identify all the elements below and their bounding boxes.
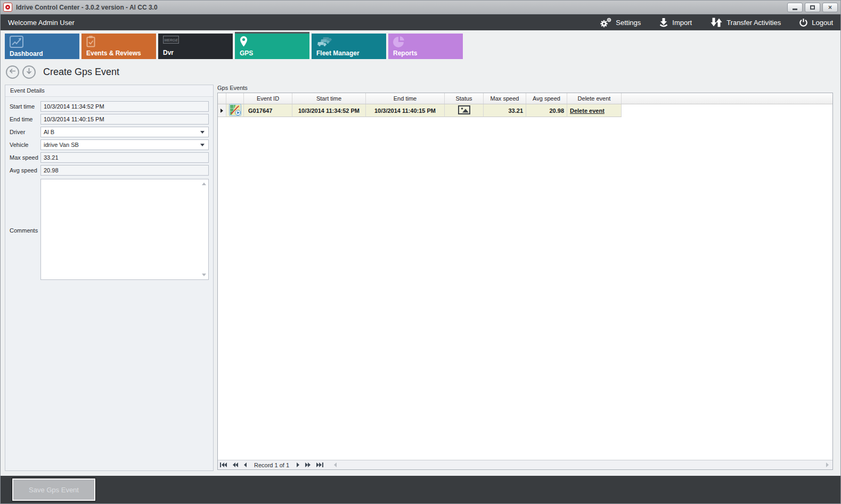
app-window: Idrive Control Center - 3.0.2 version - … bbox=[0, 0, 841, 504]
table-row[interactable]: G017647 10/3/2014 11:34:52 PM 10/3/2014 … bbox=[218, 104, 832, 117]
pager-prev-page-button[interactable] bbox=[232, 462, 239, 467]
event-details-panel: Event Details Start time End time Driver… bbox=[5, 85, 214, 471]
tab-gps[interactable]: GPS bbox=[235, 34, 309, 59]
column-header-status[interactable]: Status bbox=[445, 93, 484, 104]
gps-events-section: Gps Events Event ID Start time End time … bbox=[217, 85, 833, 471]
start-time-input[interactable] bbox=[40, 101, 209, 112]
logout-button[interactable]: Logout bbox=[799, 18, 833, 27]
close-icon: × bbox=[828, 4, 832, 11]
delete-event-link[interactable]: Delete event bbox=[570, 108, 605, 114]
pager-record-text: Record 1 of 1 bbox=[254, 462, 289, 468]
map-play-icon bbox=[229, 104, 241, 117]
transfer-activities-button[interactable]: Transfer Activities bbox=[710, 18, 781, 27]
end-time-label: End time bbox=[10, 116, 40, 122]
pager-next-button[interactable] bbox=[296, 462, 300, 467]
end-time-input[interactable] bbox=[40, 114, 209, 125]
line-chart-icon bbox=[10, 36, 75, 50]
hscroll-right-arrow-icon[interactable] bbox=[826, 462, 829, 467]
image-icon bbox=[458, 105, 470, 115]
cell-start-time: 10/3/2014 11:34:52 PM bbox=[292, 104, 366, 117]
transfer-arrows-icon bbox=[710, 18, 723, 27]
row-indicator-cell bbox=[218, 104, 226, 117]
pager-first-button[interactable] bbox=[220, 462, 227, 467]
pager-next-page-button[interactable] bbox=[305, 462, 311, 467]
grid-empty-area bbox=[218, 117, 832, 460]
scroll-down-icon[interactable] bbox=[202, 274, 206, 276]
column-header-start-time[interactable]: Start time bbox=[292, 93, 366, 104]
driver-label: Driver bbox=[10, 129, 40, 135]
comments-textarea[interactable] bbox=[40, 179, 209, 280]
form-row: Driver Al B bbox=[10, 127, 209, 137]
import-button[interactable]: Import bbox=[659, 18, 692, 27]
tab-events-reviews[interactable]: Events & Reviews bbox=[81, 34, 156, 59]
cell-avg-speed: 20.98 bbox=[526, 104, 567, 117]
form-row: End time bbox=[10, 114, 209, 125]
form-row: Avg speed bbox=[10, 165, 209, 176]
grid-pager: Record 1 of 1 bbox=[218, 460, 832, 469]
save-gps-event-button[interactable]: Save Gps Event bbox=[12, 478, 95, 501]
comments-field-wrapper bbox=[40, 179, 209, 282]
move-down-button[interactable] bbox=[22, 65, 36, 79]
module-tile-bar: Dashboard Events & Reviews MERGE Dvr bbox=[1, 30, 840, 62]
panel-title: Event Details bbox=[5, 85, 213, 97]
tile-label: Dashboard bbox=[10, 50, 75, 57]
back-button[interactable] bbox=[6, 65, 19, 79]
pager-prev-button[interactable] bbox=[243, 462, 247, 467]
action-label: Settings bbox=[616, 19, 641, 27]
vehicle-value: idrive Van SB bbox=[44, 142, 200, 148]
chevron-down-icon bbox=[200, 131, 205, 134]
app-logo-icon bbox=[3, 3, 12, 12]
row-map-cell[interactable] bbox=[226, 104, 244, 117]
tab-reports[interactable]: Reports bbox=[388, 34, 463, 59]
tab-dvr[interactable]: MERGE Dvr bbox=[158, 34, 233, 59]
column-header-delete-event[interactable]: Delete event bbox=[567, 93, 622, 104]
header-actions: Settings Import Transfer bbox=[599, 17, 833, 28]
avg-speed-input[interactable] bbox=[40, 165, 209, 176]
vehicle-select[interactable]: idrive Van SB bbox=[40, 139, 209, 150]
pager-last-button[interactable] bbox=[316, 462, 323, 467]
hscroll-left-arrow-icon[interactable] bbox=[333, 462, 337, 467]
driver-select[interactable]: Al B bbox=[40, 127, 209, 137]
driver-value: Al B bbox=[44, 129, 200, 135]
merge-badge-icon: MERGE bbox=[163, 36, 228, 46]
cell-delete-event: Delete event bbox=[567, 104, 622, 117]
cell-status[interactable] bbox=[445, 104, 484, 117]
column-header-end-time[interactable]: End time bbox=[366, 93, 445, 104]
close-button[interactable]: × bbox=[822, 3, 838, 12]
header-indicator-cell bbox=[218, 93, 226, 104]
minimize-button[interactable] bbox=[787, 3, 803, 12]
location-pin-icon bbox=[240, 36, 305, 49]
comments-label: Comments bbox=[10, 227, 40, 234]
settings-button[interactable]: Settings bbox=[599, 17, 641, 28]
max-speed-input[interactable] bbox=[40, 152, 209, 163]
window-controls: × bbox=[787, 3, 838, 12]
window-title: Idrive Control Center - 3.0.2 version - … bbox=[16, 4, 158, 11]
tab-fleet-manager[interactable]: Fleet Manager bbox=[312, 34, 386, 59]
tile-label: Dvr bbox=[163, 49, 228, 56]
start-time-label: Start time bbox=[10, 103, 40, 110]
action-label: Transfer Activities bbox=[726, 19, 781, 27]
cell-event-id: G017647 bbox=[244, 104, 292, 117]
tab-dashboard[interactable]: Dashboard bbox=[5, 34, 79, 59]
maximize-button[interactable] bbox=[805, 3, 820, 12]
action-label: Logout bbox=[812, 19, 833, 27]
column-header-max-speed[interactable]: Max speed bbox=[484, 93, 526, 104]
vehicle-label: Vehicle bbox=[10, 142, 40, 148]
header-icon-cell bbox=[226, 93, 244, 104]
row-indicator-icon bbox=[221, 109, 223, 113]
tile-label: GPS bbox=[240, 49, 305, 57]
form-row: Comments bbox=[10, 179, 209, 282]
clipboard-check-icon bbox=[86, 36, 151, 49]
grid-header-row: Event ID Start time End time Status Max … bbox=[218, 93, 832, 104]
scroll-up-icon[interactable] bbox=[202, 183, 206, 185]
pie-chart-icon bbox=[393, 36, 458, 49]
welcome-bar: Welcome Admin User bbox=[1, 14, 840, 30]
page-title: Create Gps Event bbox=[43, 67, 119, 78]
column-header-event-id[interactable]: Event ID bbox=[244, 93, 292, 104]
header-filler-cell bbox=[622, 93, 832, 104]
tile-label: Reports bbox=[393, 49, 458, 57]
action-label: Import bbox=[672, 19, 692, 27]
down-arrow-icon bbox=[26, 67, 32, 77]
column-header-avg-speed[interactable]: Avg speed bbox=[526, 93, 567, 104]
tile-label: Events & Reviews bbox=[86, 49, 151, 57]
